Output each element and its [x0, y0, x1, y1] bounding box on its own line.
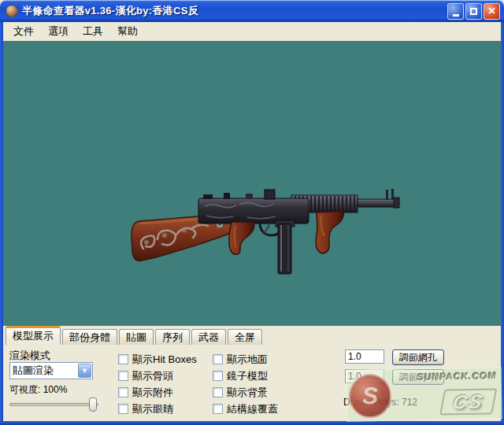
tab-weapons[interactable]: 武器 [191, 329, 226, 345]
render-mode-value: 貼圖渲染 [10, 364, 78, 378]
minimize-icon [453, 14, 459, 17]
close-button[interactable]: ✕ [484, 3, 500, 20]
tab-model-display[interactable]: 模型展示 [6, 326, 61, 345]
checkbox-icon[interactable] [118, 354, 128, 364]
menu-tools[interactable]: 工具 [76, 23, 110, 40]
menu-help[interactable]: 幫助 [110, 23, 145, 40]
adjust-mesh-button[interactable]: 調節網孔 [392, 349, 444, 365]
maximize-button[interactable] [465, 3, 482, 20]
window-title: 半條命查看器v1.36-漢化by:香港CS反 [22, 4, 447, 18]
render-mode-label: 渲染模式 [9, 349, 50, 363]
window-border-right [501, 22, 504, 425]
window-border-left [0, 22, 3, 425]
checkbox-wireframe-overlay[interactable]: 結構線覆蓋 [213, 403, 278, 415]
tab-textures[interactable]: 貼圖 [119, 329, 154, 345]
chevron-down-icon[interactable]: ▼ [78, 364, 91, 378]
menu-bar: 文件 選項 工具 幫助 [3, 22, 501, 41]
checkbox-show-background[interactable]: 顯示背景 [213, 386, 268, 398]
checkbox-show-hitboxes[interactable]: 顯示Hit Boxes [118, 353, 197, 365]
tab-body-parts[interactable]: 部份身體 [62, 329, 117, 345]
model-viewport[interactable] [3, 41, 501, 326]
tab-strip: 模型展示 部份身體 貼圖 序列 武器 全屏 [3, 326, 501, 345]
adjust-bone-button[interactable]: 調節骨頭 [392, 369, 444, 385]
title-bar: 半條命查看器v1.36-漢化by:香港CS反 ✕ [0, 0, 504, 22]
checkbox-icon[interactable] [213, 354, 223, 364]
opacity-slider-track [9, 403, 98, 406]
checkbox-icon[interactable] [118, 404, 128, 414]
checkbox-icon[interactable] [213, 387, 223, 397]
menu-file[interactable]: 文件 [6, 23, 41, 40]
tab-fullscreen[interactable]: 全屏 [228, 329, 262, 345]
render-mode-select[interactable]: 貼圖渲染 ▼ [9, 362, 93, 379]
opacity-label: 可視度: 100% [9, 383, 67, 397]
tab-sequences[interactable]: 序列 [155, 329, 190, 345]
opacity-slider-thumb[interactable] [89, 397, 97, 412]
app-icon [6, 5, 18, 17]
bone-scale-input[interactable] [345, 369, 384, 383]
checkbox-show-bones[interactable]: 顯示骨頭 [118, 370, 173, 382]
checkbox-show-eyes[interactable]: 顯示眼睛 [118, 403, 173, 415]
close-icon: ✕ [487, 6, 495, 16]
mesh-scale-input[interactable] [345, 349, 384, 364]
drawn-polys-status: Drawn Polys: 712 [343, 397, 417, 408]
checkbox-icon[interactable] [118, 371, 128, 381]
checkbox-show-attachments[interactable]: 顯示附件 [118, 386, 173, 398]
opacity-slider[interactable] [9, 397, 98, 412]
window-border-bottom [0, 421, 504, 425]
checkbox-icon[interactable] [118, 387, 128, 397]
maximize-icon [470, 8, 477, 15]
checkbox-icon[interactable] [213, 371, 223, 381]
minimize-button[interactable] [447, 3, 464, 20]
model-display-panel: 渲染模式 貼圖渲染 ▼ 可視度: 100% 顯示Hit Boxes 顯示骨頭 顯… [3, 345, 501, 421]
menu-options[interactable]: 選項 [41, 23, 76, 40]
weapon-model-tommy-gun [129, 186, 405, 276]
checkbox-show-ground[interactable]: 顯示地面 [213, 353, 268, 365]
checkbox-mirror-model[interactable]: 鏡子模型 [213, 370, 268, 382]
checkbox-icon[interactable] [213, 404, 223, 414]
client-area: 文件 選項 工具 幫助 [3, 22, 501, 421]
